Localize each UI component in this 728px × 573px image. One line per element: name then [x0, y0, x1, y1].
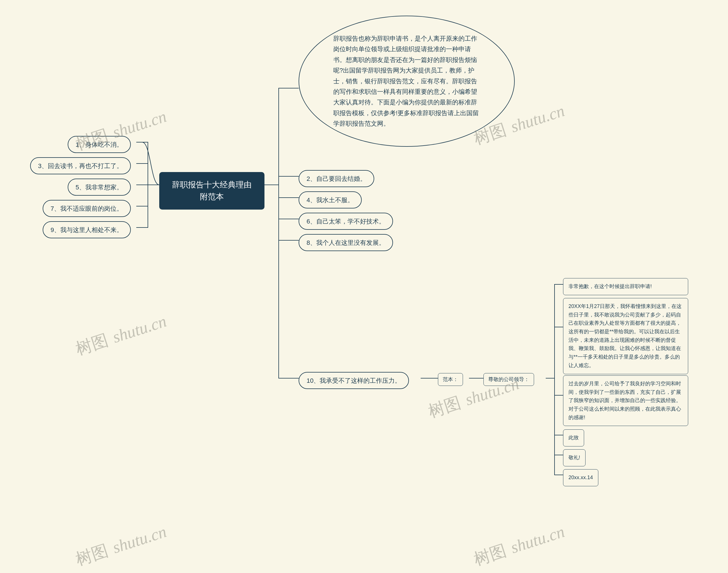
sample-paragraph-1[interactable]: 非常抱歉，在这个时候提出辞职申请! [563, 278, 688, 295]
sample-paragraph-2[interactable]: 20XX年1月27日那天，我怀着憧憬来到这里，在这些日子里，我不敢说我为公司贡献… [563, 298, 688, 374]
intro-ellipse[interactable]: 辞职报告也称为辞职申请书，是个人离开原来的工作岗位时向单位领导或上级组织提请批准… [299, 16, 515, 147]
node-reason-9-label: 9、我与这里人相处不来。 [51, 226, 123, 233]
node-reason-7-label: 7、我不适应眼前的岗位。 [51, 205, 123, 212]
node-reason-1[interactable]: 1、身体吃不消。 [68, 136, 131, 153]
node-reason-4[interactable]: 4、我水土不服。 [299, 191, 362, 208]
node-reason-8[interactable]: 8、我个人在这里没有发展。 [299, 234, 393, 251]
sample-p2-text: 20XX年1月27日那天，我怀着憧憬来到这里，在这些日子里，我不敢说我为公司贡献… [568, 303, 682, 368]
node-reason-4-label: 4、我水土不服。 [307, 197, 354, 204]
sample-p4-text: 此致 [568, 435, 579, 440]
sample-label-node[interactable]: 范本： [438, 373, 463, 386]
node-reason-7[interactable]: 7、我不适应眼前的岗位。 [43, 200, 131, 217]
sample-p3-text: 过去的岁月里，公司给予了我良好的学习空间和时间，使我学到了一些新的东西，充实了自… [568, 381, 681, 420]
watermark: 树图 shutu.cn [471, 521, 567, 571]
node-reason-5[interactable]: 5、我非常想家。 [68, 178, 131, 196]
sample-p1-text: 非常抱歉，在这个时候提出辞职申请! [568, 283, 652, 289]
node-reason-1-label: 1、身体吃不消。 [75, 141, 123, 148]
intro-text: 辞职报告也称为辞职申请书，是个人离开原来的工作岗位时向单位领导或上级组织提请批准… [333, 35, 479, 127]
sample-p5-text: 敬礼! [568, 455, 580, 460]
center-label: 辞职报告十大经典理由附范本 [172, 180, 252, 201]
node-reason-2-label: 2、自己要回去结婚。 [307, 175, 366, 182]
sample-label-text: 范本： [443, 376, 458, 382]
sample-to-node[interactable]: 尊敬的公司领导： [483, 373, 534, 386]
sample-paragraph-4[interactable]: 此致 [563, 429, 584, 447]
node-reason-10[interactable]: 10、我承受不了这样的工作压力。 [299, 372, 409, 389]
node-reason-3-label: 3、回去读书，再也不打工了。 [38, 162, 123, 169]
node-reason-9[interactable]: 9、我与这里人相处不来。 [43, 221, 131, 238]
node-reason-8-label: 8、我个人在这里没有发展。 [307, 239, 385, 246]
sample-to-text: 尊敬的公司领导： [488, 376, 529, 382]
node-reason-6-label: 6、自己太笨，学不好技术。 [307, 218, 385, 225]
sample-paragraph-5[interactable]: 敬礼! [563, 449, 585, 466]
node-reason-3[interactable]: 3、回去读书，再也不打工了。 [30, 157, 131, 174]
sample-p6-text: 20xx.xx.14 [568, 475, 593, 480]
node-reason-5-label: 5、我非常想家。 [75, 184, 123, 191]
sample-paragraph-6[interactable]: 20xx.xx.14 [563, 469, 598, 486]
node-reason-6[interactable]: 6、自己太笨，学不好技术。 [299, 213, 393, 230]
node-reason-10-label: 10、我承受不了这样的工作压力。 [307, 377, 401, 384]
watermark: 树图 shutu.cn [73, 310, 169, 361]
watermark: 树图 shutu.cn [73, 521, 169, 571]
node-reason-2[interactable]: 2、自己要回去结婚。 [299, 170, 374, 187]
center-node[interactable]: 辞职报告十大经典理由附范本 [159, 172, 264, 210]
sample-paragraph-3[interactable]: 过去的岁月里，公司给予了我良好的学习空间和时间，使我学到了一些新的东西，充实了自… [563, 375, 688, 426]
